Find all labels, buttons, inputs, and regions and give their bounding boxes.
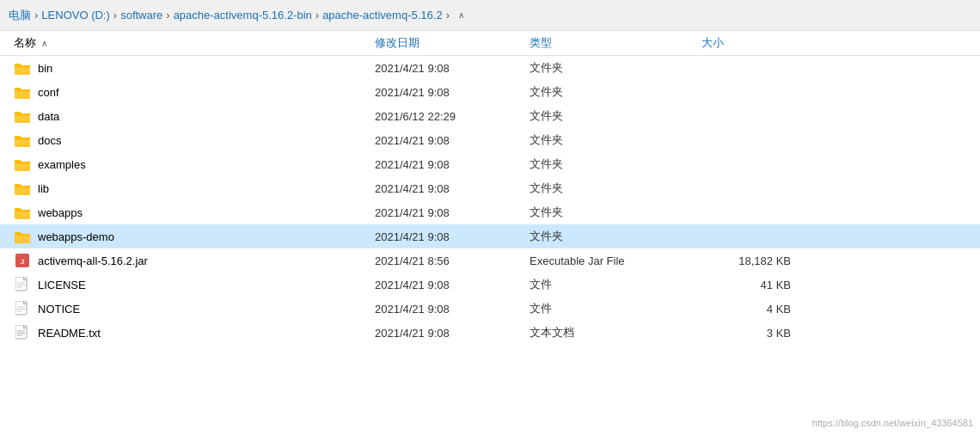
file-size: 41 KB — [701, 279, 805, 291]
file-name: LICENSE — [38, 279, 375, 291]
file-date: 2021/4/21 9:08 — [375, 327, 530, 340]
folder-icon — [14, 228, 31, 245]
folder-icon — [14, 83, 31, 101]
file-type: 文件夹 — [530, 229, 701, 244]
col-header-name[interactable]: 名称 ∧ — [14, 35, 375, 51]
table-row[interactable]: NOTICE 2021/4/21 9:08 文件 4 KB — [0, 297, 980, 321]
file-date: 2021/4/21 9:08 — [375, 86, 530, 99]
table-row[interactable]: LICENSE 2021/4/21 9:08 文件 41 KB — [0, 273, 980, 297]
svg-rect-11 — [15, 138, 30, 145]
file-name: examples — [38, 158, 375, 171]
breadcrumb: 电脑 › LENOVO (D:) › software › apache-act… — [0, 0, 980, 31]
file-type: 文件夹 — [530, 132, 701, 148]
col-header-date[interactable]: 修改日期 — [375, 35, 530, 51]
file-size: 4 KB — [701, 303, 805, 316]
svg-rect-2 — [15, 66, 30, 73]
file-date: 2021/4/21 9:08 — [375, 158, 530, 171]
svg-text:J: J — [21, 258, 24, 266]
svg-rect-20 — [15, 211, 30, 218]
table-row[interactable]: lib 2021/4/21 9:08 文件夹 — [0, 176, 980, 200]
svg-rect-8 — [15, 114, 30, 121]
table-row[interactable]: data 2021/6/12 22:29 文件夹 — [0, 104, 980, 128]
file-name: webapps — [38, 206, 375, 219]
table-row[interactable]: webapps 2021/4/21 9:08 文件夹 — [0, 200, 980, 224]
file-date: 2021/6/12 22:29 — [375, 110, 530, 123]
table-row[interactable]: J activemq-all-5.16.2.jar 2021/4/21 8:56… — [0, 248, 980, 273]
file-type: 文本文档 — [530, 325, 701, 340]
file-date: 2021/4/21 9:08 — [375, 206, 530, 219]
file-date: 2021/4/21 9:08 — [375, 62, 530, 75]
folder-icon — [14, 59, 31, 77]
col-header-size[interactable]: 大小 — [701, 35, 805, 51]
jar-icon: J — [14, 252, 31, 269]
folder-icon — [14, 156, 31, 173]
file-type: 文件 — [530, 301, 701, 316]
file-name: data — [38, 110, 375, 123]
breadcrumb-sep-4: › — [446, 9, 450, 21]
file-type: 文件夹 — [530, 108, 701, 124]
table-row[interactable]: docs 2021/4/21 9:08 文件夹 — [0, 128, 980, 152]
file-name: README.txt — [38, 327, 375, 340]
file-name: docs — [38, 134, 375, 147]
file-date: 2021/4/21 9:08 — [375, 182, 530, 195]
file-type: Executable Jar File — [530, 254, 701, 267]
breadcrumb-drive[interactable]: LENOVO (D:) — [41, 9, 109, 21]
file-type: 文件夹 — [530, 156, 701, 172]
file-date: 2021/4/21 9:08 — [375, 303, 530, 316]
folder-icon — [14, 180, 31, 197]
file-name: bin — [38, 62, 375, 75]
breadcrumb-sep-3: › — [315, 9, 319, 21]
svg-rect-14 — [15, 162, 30, 169]
folder-icon — [14, 204, 31, 221]
file-type: 文件夹 — [530, 205, 701, 220]
file-name: webapps-demo — [38, 230, 375, 243]
table-row[interactable]: conf 2021/4/21 9:08 文件夹 — [0, 80, 980, 104]
file-type: 文件夹 — [530, 84, 701, 100]
file-name: lib — [38, 182, 375, 195]
file-icon — [14, 300, 31, 317]
file-type: 文件夹 — [530, 60, 701, 76]
breadcrumb-activemq[interactable]: apache-activemq-5.16.2 — [322, 9, 442, 21]
file-name: activemq-all-5.16.2.jar — [38, 254, 375, 267]
breadcrumb-sep-2: › — [166, 9, 169, 21]
breadcrumb-sep-1: › — [113, 9, 117, 21]
column-headers: 名称 ∧ 修改日期 类型 大小 — [0, 31, 980, 56]
file-name: conf — [38, 86, 375, 99]
svg-rect-5 — [15, 90, 30, 97]
table-row[interactable]: bin 2021/4/21 9:08 文件夹 — [0, 56, 980, 80]
svg-rect-17 — [15, 187, 30, 193]
breadcrumb-expand-icon[interactable]: ∧ — [458, 10, 464, 20]
file-name: NOTICE — [38, 303, 375, 316]
folder-icon — [14, 107, 31, 125]
txt-file-icon — [14, 324, 31, 341]
table-row[interactable]: webapps-demo 2021/4/21 9:08 文件夹 — [0, 224, 980, 248]
breadcrumb-software[interactable]: software — [120, 9, 162, 21]
file-type: 文件夹 — [530, 181, 701, 196]
file-date: 2021/4/21 9:08 — [375, 230, 530, 243]
svg-rect-23 — [15, 235, 30, 242]
file-date: 2021/4/21 9:08 — [375, 279, 530, 291]
breadcrumb-sep-0: › — [34, 9, 38, 21]
file-date: 2021/4/21 8:56 — [375, 254, 530, 267]
file-icon — [14, 276, 31, 293]
file-size: 18,182 KB — [701, 254, 805, 267]
breadcrumb-bin[interactable]: apache-activemq-5.16.2-bin — [174, 9, 312, 21]
sort-arrow-icon: ∧ — [41, 39, 47, 48]
watermark: https://blog.csdn.net/weixin_43364581 — [812, 418, 973, 428]
file-list: bin 2021/4/21 9:08 文件夹 conf 2021/4/21 9:… — [0, 56, 980, 345]
col-header-type[interactable]: 类型 — [530, 35, 701, 51]
file-type: 文件 — [530, 277, 701, 292]
folder-icon — [14, 132, 31, 149]
file-size: 3 KB — [701, 327, 805, 340]
table-row[interactable]: README.txt 2021/4/21 9:08 文本文档 3 KB — [0, 321, 980, 345]
table-row[interactable]: examples 2021/4/21 9:08 文件夹 — [0, 152, 980, 176]
file-date: 2021/4/21 9:08 — [375, 134, 530, 147]
breadcrumb-pc[interactable]: 电脑 — [9, 8, 31, 23]
